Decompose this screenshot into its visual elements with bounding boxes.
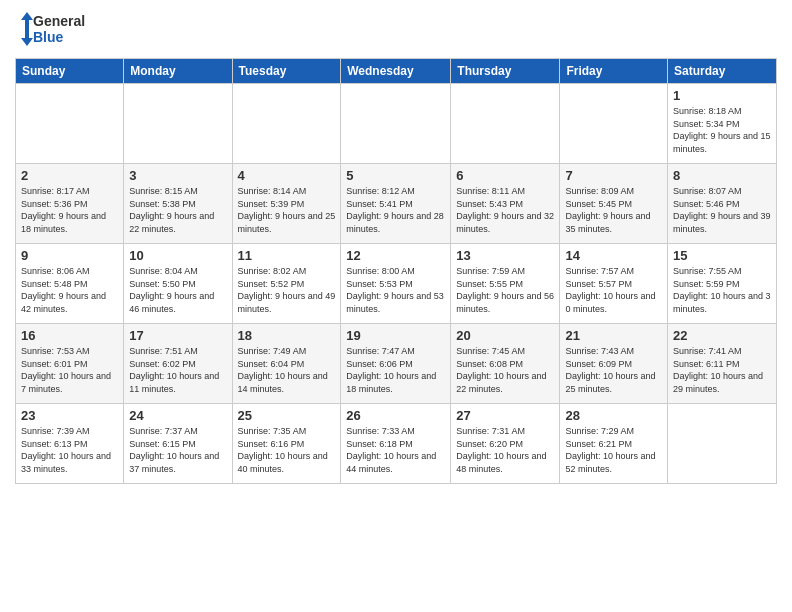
logo: General Blue xyxy=(15,10,85,50)
day-number: 11 xyxy=(238,248,336,263)
day-info: Sunrise: 7:55 AM Sunset: 5:59 PM Dayligh… xyxy=(673,265,771,315)
calendar-dow-saturday: Saturday xyxy=(668,59,777,84)
day-number: 26 xyxy=(346,408,445,423)
calendar-cell: 17Sunrise: 7:51 AM Sunset: 6:02 PM Dayli… xyxy=(124,324,232,404)
calendar-cell: 8Sunrise: 8:07 AM Sunset: 5:46 PM Daylig… xyxy=(668,164,777,244)
day-info: Sunrise: 8:18 AM Sunset: 5:34 PM Dayligh… xyxy=(673,105,771,155)
calendar-cell: 22Sunrise: 7:41 AM Sunset: 6:11 PM Dayli… xyxy=(668,324,777,404)
calendar-cell: 20Sunrise: 7:45 AM Sunset: 6:08 PM Dayli… xyxy=(451,324,560,404)
calendar-week-2: 2Sunrise: 8:17 AM Sunset: 5:36 PM Daylig… xyxy=(16,164,777,244)
calendar-dow-sunday: Sunday xyxy=(16,59,124,84)
calendar-cell xyxy=(341,84,451,164)
calendar-cell: 28Sunrise: 7:29 AM Sunset: 6:21 PM Dayli… xyxy=(560,404,668,484)
calendar-dow-tuesday: Tuesday xyxy=(232,59,341,84)
day-info: Sunrise: 7:43 AM Sunset: 6:09 PM Dayligh… xyxy=(565,345,662,395)
calendar-cell xyxy=(124,84,232,164)
day-info: Sunrise: 7:31 AM Sunset: 6:20 PM Dayligh… xyxy=(456,425,554,475)
calendar-cell: 3Sunrise: 8:15 AM Sunset: 5:38 PM Daylig… xyxy=(124,164,232,244)
calendar-dow-wednesday: Wednesday xyxy=(341,59,451,84)
calendar-cell: 11Sunrise: 8:02 AM Sunset: 5:52 PM Dayli… xyxy=(232,244,341,324)
calendar-cell xyxy=(560,84,668,164)
calendar-dow-friday: Friday xyxy=(560,59,668,84)
day-number: 1 xyxy=(673,88,771,103)
day-number: 7 xyxy=(565,168,662,183)
day-number: 17 xyxy=(129,328,226,343)
calendar-cell: 18Sunrise: 7:49 AM Sunset: 6:04 PM Dayli… xyxy=(232,324,341,404)
day-info: Sunrise: 7:51 AM Sunset: 6:02 PM Dayligh… xyxy=(129,345,226,395)
page-container: General Blue SundayMondayTuesdayWednesda… xyxy=(0,0,792,494)
calendar-week-1: 1Sunrise: 8:18 AM Sunset: 5:34 PM Daylig… xyxy=(16,84,777,164)
day-number: 21 xyxy=(565,328,662,343)
day-info: Sunrise: 8:11 AM Sunset: 5:43 PM Dayligh… xyxy=(456,185,554,235)
svg-text:General: General xyxy=(33,13,85,29)
day-info: Sunrise: 8:17 AM Sunset: 5:36 PM Dayligh… xyxy=(21,185,118,235)
calendar-cell xyxy=(232,84,341,164)
day-number: 8 xyxy=(673,168,771,183)
day-info: Sunrise: 8:06 AM Sunset: 5:48 PM Dayligh… xyxy=(21,265,118,315)
day-number: 23 xyxy=(21,408,118,423)
day-number: 3 xyxy=(129,168,226,183)
day-info: Sunrise: 7:49 AM Sunset: 6:04 PM Dayligh… xyxy=(238,345,336,395)
day-info: Sunrise: 8:07 AM Sunset: 5:46 PM Dayligh… xyxy=(673,185,771,235)
calendar-cell: 9Sunrise: 8:06 AM Sunset: 5:48 PM Daylig… xyxy=(16,244,124,324)
day-number: 2 xyxy=(21,168,118,183)
calendar-week-5: 23Sunrise: 7:39 AM Sunset: 6:13 PM Dayli… xyxy=(16,404,777,484)
day-number: 14 xyxy=(565,248,662,263)
day-info: Sunrise: 8:12 AM Sunset: 5:41 PM Dayligh… xyxy=(346,185,445,235)
calendar-cell: 24Sunrise: 7:37 AM Sunset: 6:15 PM Dayli… xyxy=(124,404,232,484)
svg-text:Blue: Blue xyxy=(33,29,64,45)
day-number: 22 xyxy=(673,328,771,343)
calendar-cell xyxy=(16,84,124,164)
logo-svg: General Blue xyxy=(15,10,85,50)
day-info: Sunrise: 8:00 AM Sunset: 5:53 PM Dayligh… xyxy=(346,265,445,315)
day-info: Sunrise: 7:59 AM Sunset: 5:55 PM Dayligh… xyxy=(456,265,554,315)
calendar-table: SundayMondayTuesdayWednesdayThursdayFrid… xyxy=(15,58,777,484)
day-info: Sunrise: 7:35 AM Sunset: 6:16 PM Dayligh… xyxy=(238,425,336,475)
day-number: 27 xyxy=(456,408,554,423)
day-number: 10 xyxy=(129,248,226,263)
calendar-dow-thursday: Thursday xyxy=(451,59,560,84)
calendar-cell: 7Sunrise: 8:09 AM Sunset: 5:45 PM Daylig… xyxy=(560,164,668,244)
calendar-week-3: 9Sunrise: 8:06 AM Sunset: 5:48 PM Daylig… xyxy=(16,244,777,324)
day-number: 13 xyxy=(456,248,554,263)
day-info: Sunrise: 8:15 AM Sunset: 5:38 PM Dayligh… xyxy=(129,185,226,235)
day-number: 16 xyxy=(21,328,118,343)
calendar-cell: 1Sunrise: 8:18 AM Sunset: 5:34 PM Daylig… xyxy=(668,84,777,164)
day-info: Sunrise: 8:02 AM Sunset: 5:52 PM Dayligh… xyxy=(238,265,336,315)
day-info: Sunrise: 7:57 AM Sunset: 5:57 PM Dayligh… xyxy=(565,265,662,315)
day-info: Sunrise: 7:37 AM Sunset: 6:15 PM Dayligh… xyxy=(129,425,226,475)
day-number: 25 xyxy=(238,408,336,423)
day-number: 24 xyxy=(129,408,226,423)
day-info: Sunrise: 7:33 AM Sunset: 6:18 PM Dayligh… xyxy=(346,425,445,475)
day-info: Sunrise: 7:53 AM Sunset: 6:01 PM Dayligh… xyxy=(21,345,118,395)
day-info: Sunrise: 8:09 AM Sunset: 5:45 PM Dayligh… xyxy=(565,185,662,235)
calendar-cell: 10Sunrise: 8:04 AM Sunset: 5:50 PM Dayli… xyxy=(124,244,232,324)
calendar-cell xyxy=(451,84,560,164)
calendar-cell: 14Sunrise: 7:57 AM Sunset: 5:57 PM Dayli… xyxy=(560,244,668,324)
day-number: 15 xyxy=(673,248,771,263)
day-info: Sunrise: 8:04 AM Sunset: 5:50 PM Dayligh… xyxy=(129,265,226,315)
calendar-cell: 13Sunrise: 7:59 AM Sunset: 5:55 PM Dayli… xyxy=(451,244,560,324)
day-number: 12 xyxy=(346,248,445,263)
day-number: 20 xyxy=(456,328,554,343)
calendar-cell: 12Sunrise: 8:00 AM Sunset: 5:53 PM Dayli… xyxy=(341,244,451,324)
day-info: Sunrise: 7:41 AM Sunset: 6:11 PM Dayligh… xyxy=(673,345,771,395)
calendar-cell: 4Sunrise: 8:14 AM Sunset: 5:39 PM Daylig… xyxy=(232,164,341,244)
calendar-cell: 15Sunrise: 7:55 AM Sunset: 5:59 PM Dayli… xyxy=(668,244,777,324)
day-info: Sunrise: 7:29 AM Sunset: 6:21 PM Dayligh… xyxy=(565,425,662,475)
calendar-cell: 6Sunrise: 8:11 AM Sunset: 5:43 PM Daylig… xyxy=(451,164,560,244)
page-header: General Blue xyxy=(15,10,777,50)
calendar-header-row: SundayMondayTuesdayWednesdayThursdayFrid… xyxy=(16,59,777,84)
calendar-week-4: 16Sunrise: 7:53 AM Sunset: 6:01 PM Dayli… xyxy=(16,324,777,404)
calendar-cell xyxy=(668,404,777,484)
calendar-cell: 27Sunrise: 7:31 AM Sunset: 6:20 PM Dayli… xyxy=(451,404,560,484)
calendar-cell: 26Sunrise: 7:33 AM Sunset: 6:18 PM Dayli… xyxy=(341,404,451,484)
day-info: Sunrise: 7:45 AM Sunset: 6:08 PM Dayligh… xyxy=(456,345,554,395)
day-number: 6 xyxy=(456,168,554,183)
day-number: 28 xyxy=(565,408,662,423)
calendar-cell: 16Sunrise: 7:53 AM Sunset: 6:01 PM Dayli… xyxy=(16,324,124,404)
svg-marker-2 xyxy=(21,12,33,46)
calendar-cell: 23Sunrise: 7:39 AM Sunset: 6:13 PM Dayli… xyxy=(16,404,124,484)
day-number: 5 xyxy=(346,168,445,183)
calendar-cell: 2Sunrise: 8:17 AM Sunset: 5:36 PM Daylig… xyxy=(16,164,124,244)
